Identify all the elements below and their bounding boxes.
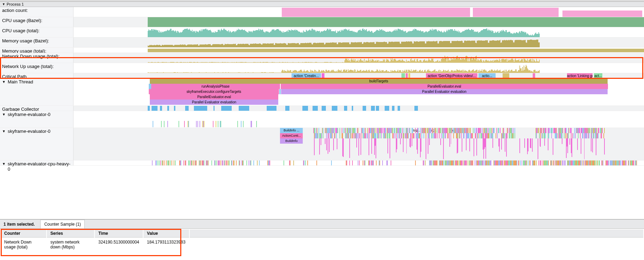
- mt-parEvalEvaluation2[interactable]: Parallel Evaluator evaluation: [150, 100, 278, 105]
- td-series: system network down (Mbps): [47, 238, 94, 251]
- track-sky0a[interactable]: ▼skyframe-evaluator-0 document.write(Arr…: [0, 111, 644, 128]
- track-label: Network Up usage (total):: [2, 64, 54, 69]
- track-net-down[interactable]: Network Down usage (total): document.wri…: [0, 53, 644, 63]
- td-value: 184.1793113323983: [144, 238, 189, 251]
- sky-build-info2[interactable]: BuildInfo: [280, 138, 303, 144]
- track-cpu-bazel[interactable]: CPU usage (Bazel): document.write(Array.…: [0, 17, 644, 27]
- track-label: CPU usage (total):: [2, 28, 40, 33]
- sky-action-conti[interactable]: ActionConti...: [280, 133, 303, 138]
- th-time[interactable]: Time: [95, 230, 143, 238]
- details-panel: 1 item selected. Counter Sample (1) Coun…: [0, 219, 644, 260]
- td-counter: Network Down usage (total): [1, 238, 46, 251]
- table-row[interactable]: Network Down usage (total) system networ…: [1, 238, 643, 251]
- track-label: skyframe-evaluator-0: [8, 112, 50, 117]
- chevron-down-icon[interactable]: ▼: [2, 129, 6, 133]
- critical-seg[interactable]: [406, 73, 408, 78]
- track-label: Network Down usage (total):: [2, 54, 59, 59]
- track-critical-path[interactable]: Critical Path action 'Creatin... action …: [0, 73, 644, 78]
- track-label: action count:: [2, 8, 28, 13]
- critical-seg[interactable]: [401, 73, 405, 78]
- track-label: Main Thread: [8, 79, 33, 84]
- track-gc[interactable]: Garbage Collector document.write(Array.f…: [0, 106, 644, 111]
- th-value[interactable]: Value: [144, 230, 189, 238]
- mt-seg[interactable]: [279, 89, 281, 94]
- process-label: Process 1: [7, 2, 24, 6]
- critical-seg[interactable]: act...: [594, 73, 602, 78]
- critical-seg[interactable]: actio...: [478, 73, 496, 78]
- mt-parEvalEvaluation[interactable]: Parallel Evaluator evaluation: [281, 89, 607, 94]
- track-net-up[interactable]: Network Up usage (total): document.write…: [0, 63, 644, 73]
- critical-seg[interactable]: action 'Linking go...: [567, 73, 593, 78]
- mt-skyframeConfig[interactable]: skyframeExecutor.configureTargets: [149, 89, 279, 94]
- critical-seg[interactable]: [322, 73, 324, 78]
- tracks-area: ▼ Process 1 action count: CPU usage (Baz…: [0, 2, 644, 219]
- mt-parEvalEval[interactable]: ParallelEvaluator.eval: [281, 84, 608, 89]
- critical-seg[interactable]: action 'Creatin...: [292, 73, 321, 78]
- counter-sample-table: Counter Series Time Value Network Down u…: [0, 229, 644, 260]
- td-time: 324190.51300000004: [95, 238, 143, 251]
- track-label: Memory usage (Bazel):: [2, 38, 49, 43]
- track-cpu-total[interactable]: CPU usage (total): document.write(Array.…: [0, 27, 644, 37]
- critical-seg[interactable]: [533, 73, 535, 78]
- mt-parEvalEval2[interactable]: ParallelEvaluator.eval: [150, 94, 278, 100]
- track-mem-bazel[interactable]: Memory usage (Bazel): document.write(Arr…: [0, 37, 644, 48]
- chevron-down-icon: ▼: [2, 2, 5, 6]
- critical-seg[interactable]: [408, 73, 410, 78]
- tab-counter-sample[interactable]: Counter Sample (1): [40, 220, 85, 228]
- th-series[interactable]: Series: [47, 230, 94, 238]
- track-label: skyframe-evaluator-cpu-heavy-0: [8, 161, 71, 172]
- mt-runAnalysis[interactable]: runAnalysisPhase: [151, 84, 280, 89]
- critical-seg[interactable]: action 'GenObjcProtos video/...: [426, 73, 477, 78]
- track-main-thread[interactable]: ▼Main Thread buildTargets runAnalysisPha…: [0, 78, 644, 106]
- chevron-down-icon[interactable]: ▼: [2, 80, 6, 84]
- track-label: skyframe-evaluator-0: [8, 129, 50, 134]
- process-header[interactable]: ▼ Process 1: [0, 2, 644, 7]
- track-sky0b[interactable]: ▼skyframe-evaluator-0 BuildInfo ... Acti…: [0, 128, 644, 160]
- track-sky-cpu-heavy[interactable]: ▼skyframe-evaluator-cpu-heavy-0 document…: [0, 160, 644, 166]
- track-mem-total[interactable]: Memory usage (total):: [0, 48, 644, 53]
- track-action-count[interactable]: action count:: [0, 7, 644, 17]
- selection-status: 1 item selected.: [4, 222, 35, 227]
- th-counter[interactable]: Counter: [1, 230, 46, 238]
- mt-buildTargets[interactable]: buildTargets: [150, 78, 607, 84]
- critical-seg[interactable]: [503, 73, 510, 78]
- chevron-down-icon[interactable]: ▼: [2, 112, 6, 116]
- chevron-down-icon[interactable]: ▼: [2, 162, 6, 166]
- sky-build-info[interactable]: BuildInfo ...: [280, 128, 303, 133]
- track-label: CPU usage (Bazel):: [2, 18, 42, 23]
